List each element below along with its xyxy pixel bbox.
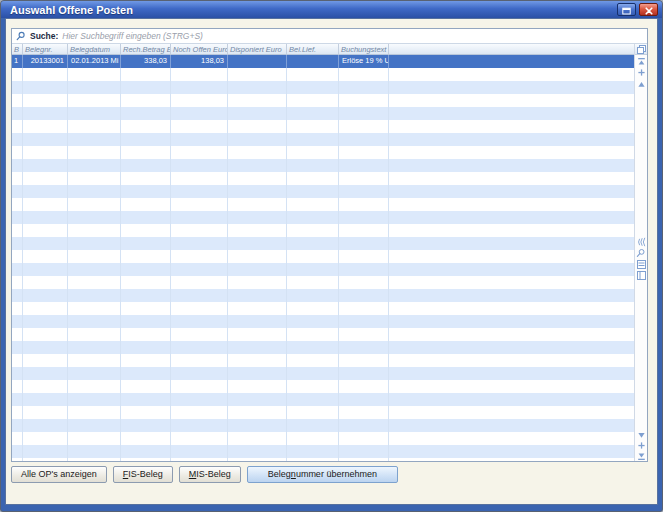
search-icon bbox=[16, 28, 26, 45]
window-title: Auswahl Offene Posten bbox=[10, 4, 617, 16]
scroll-bottom-icon bbox=[637, 447, 646, 462]
row-indicator: 1 bbox=[12, 55, 23, 68]
close-button[interactable] bbox=[639, 3, 658, 16]
cell-disponiert bbox=[228, 55, 287, 68]
grid-columns-area: B Belegnr. Belegdatum Rech.Betrag Euro N… bbox=[12, 44, 634, 461]
button-label-post: ummer übernehmen bbox=[296, 469, 377, 479]
window-controls bbox=[617, 3, 658, 16]
cell-belegdatum: 02.01.2013 Mi bbox=[68, 55, 121, 68]
grid-header-row: B Belegnr. Belegdatum Rech.Betrag Euro N… bbox=[12, 44, 634, 55]
up-arrow-icon bbox=[637, 74, 646, 92]
column-header-nochoffen[interactable]: Noch Offen Euro bbox=[171, 44, 228, 55]
dialog-window: Auswahl Offene Posten Suche: bbox=[0, 0, 663, 512]
search-bar[interactable]: Suche: Hier Suchbegriff eingeben (STRG+S… bbox=[12, 29, 647, 44]
button-label-post: IS-Beleg bbox=[196, 469, 231, 479]
cell-nochoffen: 138,03 bbox=[171, 55, 228, 68]
column-header-belegdatum[interactable]: Belegdatum bbox=[68, 44, 121, 55]
column-header-disponiert[interactable]: Disponiert Euro bbox=[228, 44, 287, 55]
cell-bellief bbox=[287, 55, 339, 68]
column-header-bellief[interactable]: Bel.Lief. bbox=[287, 44, 339, 55]
column-header-belegnr[interactable]: Belegnr. bbox=[23, 44, 68, 55]
split-box-icon bbox=[637, 266, 646, 284]
search-label: Suche: bbox=[30, 31, 58, 41]
restore-button[interactable] bbox=[617, 3, 636, 16]
open-items-grid-panel: Suche: Hier Suchbegriff eingeben (STRG+S… bbox=[11, 28, 648, 462]
column-header-rechbetrag[interactable]: Rech.Betrag Euro bbox=[121, 44, 171, 55]
table-row-selected[interactable]: 1 20133001 02.01.2013 Mi 338,03 138,03 E… bbox=[12, 55, 634, 68]
grid-body: B Belegnr. Belegdatum Rech.Betrag Euro N… bbox=[12, 44, 647, 461]
column-header-filler bbox=[389, 44, 634, 55]
cell-buchungstext: Erlöse 19 % USt bbox=[339, 55, 389, 68]
scroll-up-button[interactable] bbox=[636, 77, 647, 88]
window-frame: Suche: Hier Suchbegriff eingeben (STRG+S… bbox=[1, 18, 662, 511]
empty-rows-area[interactable] bbox=[12, 68, 634, 461]
cell-filler bbox=[389, 55, 634, 68]
footer-button-bar: Alle OP's anzeigen FIS-Beleg MIS-Beleg B… bbox=[11, 466, 648, 483]
fis-beleg-button[interactable]: FIS-Beleg bbox=[113, 466, 173, 483]
scroll-bottom-button[interactable] bbox=[636, 450, 647, 461]
show-all-ops-button[interactable]: Alle OP's anzeigen bbox=[11, 466, 107, 483]
column-header-buchungstext[interactable]: Buchungstext bbox=[339, 44, 389, 55]
column-header-indicator[interactable]: B bbox=[12, 44, 23, 55]
rail-panel-button[interactable] bbox=[636, 269, 647, 280]
close-icon bbox=[645, 1, 653, 19]
take-belegnummer-button[interactable]: Belegnummer übernehmen bbox=[247, 466, 398, 483]
search-input[interactable]: Hier Suchbegriff eingeben (STRG+S) bbox=[62, 31, 203, 41]
scrollbar-rail[interactable] bbox=[634, 44, 647, 461]
window-restore-icon bbox=[622, 1, 631, 19]
mis-beleg-button[interactable]: MIS-Beleg bbox=[179, 466, 241, 483]
titlebar[interactable]: Auswahl Offene Posten bbox=[1, 1, 662, 18]
button-label: Alle OP's anzeigen bbox=[21, 469, 97, 479]
button-label-post: IS-Beleg bbox=[128, 469, 163, 479]
client-area: Suche: Hier Suchbegriff eingeben (STRG+S… bbox=[5, 18, 658, 505]
cell-belegnr: 20133001 bbox=[23, 55, 68, 68]
button-label: Beleg bbox=[268, 469, 291, 479]
cell-rechbetrag: 338,03 bbox=[121, 55, 171, 68]
